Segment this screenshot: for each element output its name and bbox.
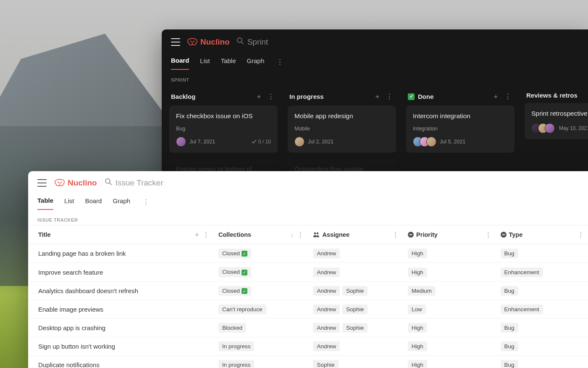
chip[interactable]: Medium [408, 286, 436, 296]
add-icon[interactable]: + [195, 231, 198, 238]
column-menu-icon[interactable]: ⋮ [503, 92, 513, 101]
menu-icon[interactable] [171, 38, 180, 46]
cell-type: Bug [496, 244, 588, 263]
tab-board[interactable]: Board [171, 53, 189, 70]
menu-icon[interactable] [37, 179, 47, 187]
cell-title: Landing page has a broken link [28, 244, 213, 263]
chip[interactable]: Sophie [342, 286, 368, 296]
card-tag: Bug [176, 126, 271, 132]
chip[interactable]: Low [408, 304, 426, 314]
chip[interactable]: Andrew [313, 323, 340, 333]
check-icon: ✓ [242, 251, 247, 257]
add-card-icon[interactable]: + [374, 92, 381, 101]
cell-type: Enhancement [496, 300, 588, 319]
chip[interactable]: In progress [218, 342, 255, 351]
tab-table[interactable]: Table [221, 54, 236, 69]
table-row[interactable]: Landing page has a broken linkClosed✓And… [28, 244, 588, 263]
cell-assignee: Andrew [308, 337, 403, 356]
chip[interactable]: Andrew [313, 304, 340, 314]
card-date: Jul 2, 2021 [308, 139, 333, 145]
chip[interactable]: Bug [501, 360, 518, 368]
table-row[interactable]: Improve search featureClosed✓AndrewHighE… [28, 263, 588, 281]
app-logo[interactable]: Nuclino [54, 178, 97, 188]
chip[interactable]: High [408, 323, 427, 333]
chip[interactable]: Closed✓ [218, 286, 251, 296]
chip[interactable]: Closed✓ [218, 249, 251, 258]
table-row[interactable]: Analytics dashboard doesn't refreshClose… [28, 281, 588, 300]
chip[interactable]: Blocked [218, 323, 246, 333]
issue-table: Title + ⋮ Collections ↓ ⋮ [28, 225, 588, 368]
chip[interactable]: Bug [501, 286, 518, 296]
tab-list[interactable]: List [64, 194, 74, 209]
column-header-priority[interactable]: Priority ⋮ [403, 225, 495, 244]
column-menu-icon[interactable]: ⋮ [297, 231, 304, 238]
app-logo[interactable]: Nuclino [187, 37, 230, 47]
chip[interactable]: High [408, 360, 427, 368]
board-card[interactable]: Sprint retrospective May 10, 2021 [525, 103, 588, 139]
more-icon[interactable]: ⋮ [141, 198, 151, 206]
chip[interactable]: Sophie [313, 360, 338, 368]
column-header-collections[interactable]: Collections ↓ ⋮ [213, 225, 308, 244]
chip[interactable]: Andrew [313, 267, 340, 277]
cell-title: Analytics dashboard doesn't refresh [28, 281, 213, 300]
chip[interactable]: In progress [218, 360, 255, 368]
more-icon[interactable]: ⋮ [275, 58, 285, 66]
tab-graph[interactable]: Graph [113, 194, 130, 209]
cell-title: Improve search feature [28, 263, 213, 281]
cell-collections: Can't reproduce [213, 300, 308, 319]
cell-assignee: Andrew [308, 263, 403, 281]
chip[interactable]: High [408, 249, 427, 258]
search-box[interactable]: Sprint [236, 37, 268, 47]
tab-table[interactable]: Table [37, 193, 53, 210]
cell-collections: Closed✓ [213, 244, 308, 263]
column-header-type[interactable]: Type ⋮ [496, 225, 588, 244]
tab-list[interactable]: List [200, 54, 210, 69]
column-menu-icon[interactable]: ⋮ [384, 92, 394, 101]
chip[interactable]: Andrew [313, 342, 340, 351]
chip[interactable]: Enhancement [501, 304, 543, 314]
search-box[interactable]: Issue Tracker [105, 178, 163, 188]
issue-tracker-window: Nuclino Issue Tracker Table List Board G… [28, 171, 588, 368]
tab-graph[interactable]: Graph [247, 54, 265, 69]
table-row[interactable]: Desktop app is crashingBlockedAndrewSoph… [28, 319, 588, 337]
column-menu-icon[interactable]: ⋮ [203, 231, 209, 238]
avatar-stack [413, 137, 436, 147]
column-title: Reviews & retros [526, 92, 578, 99]
board-card[interactable]: Fix checkbox issue on iOS Bug Jul 7, 202… [169, 106, 278, 153]
cell-priority: High [403, 356, 495, 368]
view-tabs: Board List Table Graph ⋮ [162, 51, 588, 70]
column-menu-icon[interactable]: ⋮ [485, 231, 491, 238]
board-card[interactable]: Intercom integration Integration Jul 5, … [406, 106, 514, 153]
column-menu-icon[interactable]: ⋮ [266, 92, 276, 101]
chip[interactable]: Sophie [342, 304, 368, 314]
column-menu-icon[interactable]: ⋮ [392, 231, 399, 238]
column-header-title[interactable]: Title + ⋮ [28, 225, 213, 244]
chip[interactable]: Sophie [342, 323, 368, 333]
chip[interactable]: Can't reproduce [218, 304, 266, 314]
check-icon: ✓ [242, 288, 247, 294]
chip[interactable]: Andrew [313, 249, 340, 258]
tab-board[interactable]: Board [85, 194, 102, 209]
table-row[interactable]: Sign up button isn't workingIn progressA… [28, 337, 588, 356]
svg-point-9 [317, 233, 319, 235]
chip[interactable]: Enhancement [501, 267, 543, 277]
chip[interactable]: Closed✓ [218, 267, 251, 277]
svg-point-8 [314, 233, 316, 235]
chip[interactable]: High [408, 267, 427, 277]
add-card-icon[interactable]: + [255, 92, 262, 101]
chip[interactable]: High [408, 342, 427, 351]
board-card[interactable]: Mobile app redesign Mobile Jul 2, 2021 [288, 106, 396, 153]
column-menu-icon[interactable]: ⋮ [578, 231, 584, 238]
cell-assignee: AndrewSophie [308, 300, 403, 319]
chip[interactable]: Bug [501, 323, 518, 333]
add-card-icon[interactable]: + [492, 92, 499, 101]
table-row[interactable]: Enable image previewsCan't reproduceAndr… [28, 300, 588, 319]
avatar-stack [531, 123, 555, 133]
cell-collections: In progress [213, 337, 308, 356]
sort-down-icon[interactable]: ↓ [290, 231, 293, 238]
chip[interactable]: Andrew [313, 286, 340, 296]
table-row[interactable]: Duplicate notificationsIn progressSophie… [28, 356, 588, 368]
column-header-assignee[interactable]: Assignee ⋮ [308, 225, 403, 244]
chip[interactable]: Bug [501, 342, 518, 351]
chip[interactable]: Bug [501, 249, 518, 258]
